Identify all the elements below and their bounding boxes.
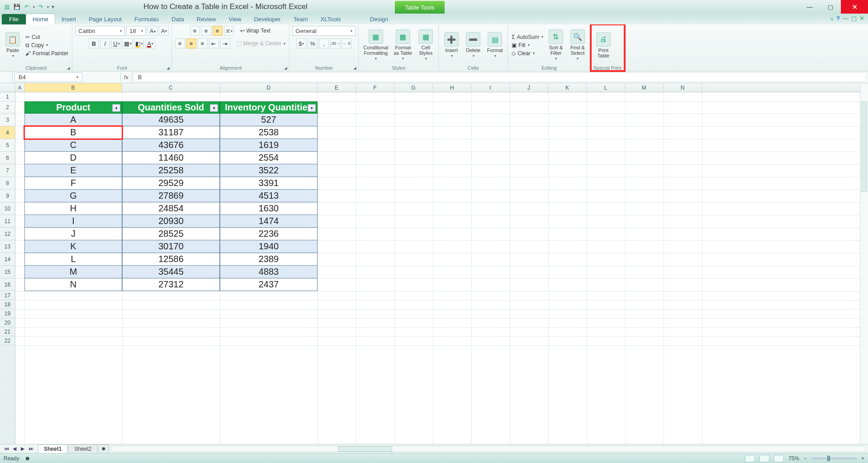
close-button[interactable]: ✕ <box>841 0 868 14</box>
italic-button[interactable]: I <box>100 38 110 48</box>
row-header-7[interactable]: 7 <box>0 164 15 177</box>
zoom-out-button[interactable]: − <box>804 455 807 462</box>
fx-button[interactable]: fx <box>120 72 132 82</box>
bold-button[interactable]: B <box>89 38 99 48</box>
table-row[interactable]: F295293391 <box>24 177 318 190</box>
tab-home[interactable]: Home <box>26 14 55 24</box>
comma-format-icon[interactable]: , <box>319 38 329 48</box>
macro-record-icon[interactable]: ⏺ <box>25 455 30 462</box>
sheet-nav-last-icon[interactable]: ⏭ <box>27 446 34 452</box>
row-header-21[interactable]: 21 <box>0 327 15 336</box>
font-color-button[interactable]: A▾ <box>145 38 155 48</box>
table-cell[interactable]: 1630 <box>220 202 318 215</box>
tab-insert[interactable]: Insert <box>55 14 83 24</box>
help-icon[interactable]: ? <box>836 15 840 22</box>
row-header-4[interactable]: 4 <box>0 126 15 139</box>
table-row[interactable]: N273122437 <box>24 278 318 291</box>
table-cell[interactable]: D <box>24 152 122 164</box>
copy-button[interactable]: ⧉Copy▾ <box>24 42 69 49</box>
table-cell[interactable]: A <box>24 114 122 126</box>
filter-dropdown-icon[interactable]: ▾ <box>210 104 218 112</box>
table-row[interactable]: E252583522 <box>24 164 318 177</box>
data-table[interactable]: Product▾Quantities Sold▾Inventory Quanti… <box>24 101 318 291</box>
table-cell[interactable]: I <box>24 215 122 228</box>
table-cell[interactable]: 25258 <box>122 164 220 177</box>
cell-styles-button[interactable]: ▦Cell Styles▾ <box>416 29 436 62</box>
table-cell[interactable]: 2236 <box>220 228 318 240</box>
underline-button[interactable]: U▾ <box>111 38 121 48</box>
vscroll-thumb[interactable] <box>861 101 867 192</box>
cells-area[interactable]: Product▾Quantities Sold▾Inventory Quanti… <box>15 92 860 444</box>
table-cell[interactable]: 4883 <box>220 266 318 278</box>
minimize-button[interactable]: — <box>799 0 820 14</box>
row-header-11[interactable]: 11 <box>0 215 15 228</box>
table-row[interactable]: K301701940 <box>24 240 318 253</box>
sheet-nav-prev-icon[interactable]: ◀ <box>11 446 18 452</box>
table-cell[interactable]: N <box>24 278 122 291</box>
worksheet-grid[interactable]: ABCDEFGHIJKLMN 1234567891011121314151617… <box>0 83 860 444</box>
tab-review[interactable]: Review <box>190 14 223 24</box>
table-cell[interactable]: C <box>24 139 122 152</box>
row-header-12[interactable]: 12 <box>0 228 15 240</box>
formula-input[interactable]: B <box>134 72 866 82</box>
table-cell[interactable]: B <box>24 126 122 139</box>
number-format-combo[interactable]: General▾ <box>292 26 356 36</box>
align-right-icon[interactable]: ≡ <box>198 38 208 48</box>
borders-button[interactable]: ▦▾ <box>123 38 133 48</box>
row-header-22[interactable]: 22 <box>0 336 15 345</box>
table-cell[interactable]: 29529 <box>122 177 220 190</box>
zoom-in-button[interactable]: + <box>861 455 864 462</box>
table-cell[interactable]: K <box>24 240 122 253</box>
table-header[interactable]: Quantities Sold▾ <box>122 101 220 114</box>
table-row[interactable]: M354454883 <box>24 266 318 278</box>
row-header-20[interactable]: 20 <box>0 318 15 327</box>
table-cell[interactable]: G <box>24 190 122 202</box>
table-cell[interactable]: M <box>24 266 122 278</box>
row-header-10[interactable]: 10 <box>0 202 15 215</box>
row-header-1[interactable]: 1 <box>0 92 15 101</box>
table-row[interactable]: L125862389 <box>24 253 318 266</box>
table-cell[interactable]: 2554 <box>220 152 318 164</box>
table-row[interactable]: G278694513 <box>24 190 318 202</box>
tab-data[interactable]: Data <box>165 14 190 24</box>
sheet-tab-1[interactable]: Sheet1 <box>38 444 67 453</box>
tab-team[interactable]: Team <box>287 14 314 24</box>
column-header-L[interactable]: L <box>587 83 625 92</box>
table-cell[interactable]: 2389 <box>220 253 318 266</box>
table-cell[interactable]: 20930 <box>122 215 220 228</box>
normal-view-button[interactable] <box>745 455 755 462</box>
row-header-2[interactable]: 2 <box>0 101 15 114</box>
tab-developer[interactable]: Developer <box>247 14 287 24</box>
align-left-icon[interactable]: ≡ <box>175 38 185 48</box>
table-cell[interactable]: E <box>24 164 122 177</box>
clipboard-dialog-launcher[interactable]: ◢ <box>67 66 70 70</box>
align-top-icon[interactable]: ≡ <box>190 26 200 36</box>
row-header-17[interactable]: 17 <box>0 291 15 300</box>
cut-button[interactable]: ✂Cut <box>24 33 69 41</box>
percent-format-icon[interactable]: % <box>308 38 318 48</box>
table-cell[interactable]: 1474 <box>220 215 318 228</box>
decrease-indent-icon[interactable]: ⇤ <box>209 38 219 48</box>
table-cell[interactable]: 12586 <box>122 253 220 266</box>
vertical-scrollbar[interactable] <box>860 83 868 444</box>
table-cell[interactable]: 3391 <box>220 177 318 190</box>
fill-button[interactable]: ▣Fill▾ <box>511 42 544 49</box>
tab-design[interactable]: Design <box>364 14 394 24</box>
column-header-B[interactable]: B <box>24 83 122 92</box>
fill-color-button[interactable]: ◧▾ <box>134 38 144 48</box>
table-cell[interactable]: 2437 <box>220 278 318 291</box>
zoom-level[interactable]: 75% <box>788 455 799 462</box>
qat-more-icon[interactable]: ▾ <box>51 4 55 10</box>
paste-button[interactable]: 📋 Paste▾ <box>3 31 23 59</box>
table-cell[interactable]: J <box>24 228 122 240</box>
row-header-8[interactable]: 8 <box>0 177 15 190</box>
table-row[interactable]: J285252236 <box>24 228 318 240</box>
column-header-M[interactable]: M <box>625 83 664 92</box>
row-header-18[interactable]: 18 <box>0 300 15 309</box>
column-header-E[interactable]: E <box>318 83 356 92</box>
table-row[interactable]: H248541630 <box>24 202 318 215</box>
table-row[interactable]: B311872538 <box>24 126 318 139</box>
table-header[interactable]: Inventory Quantities▾ <box>220 101 318 114</box>
namebox-dropdown-icon[interactable]: ▾ <box>76 75 78 79</box>
column-header-J[interactable]: J <box>510 83 548 92</box>
